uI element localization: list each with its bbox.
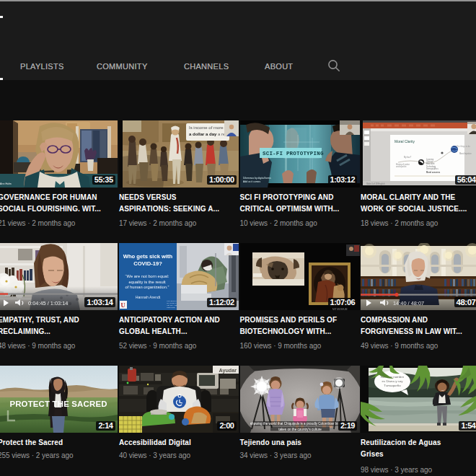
svg-text:14:40 / 48:07: 14:40 / 48:07 <box>393 300 424 307</box>
svg-text:Who gets sick with: Who gets sick with <box>123 253 173 260</box>
svg-text:My fear?: My fear? <box>404 156 412 159</box>
svg-text:U: U <box>120 302 125 309</box>
svg-text:showing the world that Chiquip: showing the world that Chiquipuls is a p… <box>250 422 350 426</box>
svg-text:equality is the result: equality is the result <box>128 279 166 283</box>
svg-text:Demographics: Demographics <box>426 167 438 169</box>
svg-text:MEDICINE: MEDICINE <box>167 307 175 309</box>
svg-text:Is income of more t: Is income of more t <box>189 125 226 130</box>
svg-text:of human organization.”: of human organization.” <box>125 285 169 289</box>
svg-text:Moral injustice: Moral injustice <box>459 152 472 155</box>
svg-text:Ayudar: Ayudar <box>219 367 237 374</box>
svg-text:es Diana y soy: es Diana y soy <box>382 379 404 383</box>
svg-text:SCI-FI PROTOTYPING: SCI-FI PROTOTYPING <box>263 150 324 156</box>
svg-text:Add us it comes: Add us it comes <box>243 180 260 182</box>
svg-text:“We are not born equal:: “We are not born equal: <box>125 274 169 278</box>
svg-text:Slide 4 of 18 English: Slide 4 of 18 English <box>366 182 385 185</box>
svg-text:and injustice: and injustice <box>396 164 407 167</box>
svg-text:COVID-19?: COVID-19? <box>133 260 162 267</box>
svg-text:0:04:45 / 1:03:14: 0:04:45 / 1:03:14 <box>28 300 68 307</box>
svg-text:Hannah Arendt: Hannah Arendt <box>136 294 161 299</box>
svg-text:MIT MUSEUM: MIT MUSEUM <box>332 307 348 309</box>
svg-text:Tumaqueño: Tumaqueño <box>384 384 401 387</box>
svg-text:takes on the country's culture: takes on the country's culture <box>278 428 322 431</box>
svg-text:a dollar a day a reas: a dollar a day a reas <box>189 132 230 136</box>
svg-text:Ann Holm: Ann Holm <box>0 182 12 185</box>
svg-text:PROTECT THE SACRED: PROTECT THE SACRED <box>9 400 107 408</box>
svg-text:Moral concerns: Moral concerns <box>426 171 441 174</box>
svg-text:The things to do: The things to do <box>457 145 470 148</box>
svg-text:Moral Clarity: Moral Clarity <box>395 139 415 144</box>
svg-text:Dilemmas by digital forms: Dilemmas by digital forms <box>243 177 271 180</box>
